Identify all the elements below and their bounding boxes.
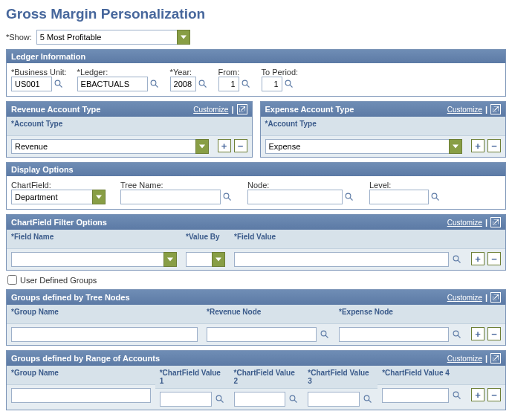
field-value-lookup-icon[interactable] [452,254,462,265]
svg-point-14 [432,193,437,198]
range-cf2-input[interactable] [234,392,286,407]
filter-customize-link[interactable]: Customize [447,219,482,227]
from-lookup-icon[interactable] [241,79,251,89]
expense-accttype-dropdown-button[interactable] [449,139,462,154]
to-period-input[interactable] [262,77,282,91]
revenue-accttype-header: Account Type [7,117,213,136]
svg-point-20 [453,331,458,336]
range-del-row-button[interactable]: − [487,388,501,401]
user-defined-groups-checkbox[interactable] [7,275,17,285]
svg-point-0 [55,80,60,85]
business-unit-label: Business Unit: [11,68,67,77]
tree-name-lookup-icon[interactable] [222,192,233,202]
revenue-customize-link[interactable]: Customize [193,106,228,114]
range-cf3-lookup-icon[interactable] [363,394,373,404]
range-group-name-input[interactable] [11,388,151,403]
node-label: Node: [247,181,354,190]
year-lookup-icon[interactable] [198,79,208,89]
range-cf1-input[interactable] [160,392,212,407]
range-cf4-lookup-icon[interactable] [452,390,462,401]
range-cf4-input[interactable] [382,388,449,403]
revenue-accttype-select[interactable] [11,139,196,154]
tree-expense-node-lookup-icon[interactable] [452,329,462,340]
node-lookup-icon[interactable] [344,192,354,202]
revenue-add-row-button[interactable]: + [218,139,231,152]
revenue-del-row-button[interactable]: − [234,139,247,152]
tree-add-row-button[interactable]: + [471,327,485,340]
expense-accttype-header: Account Type [261,117,467,136]
level-label: Level: [369,181,441,190]
svg-line-29 [458,396,460,398]
tree-revenue-node-header: Revenue Node [202,305,334,324]
svg-line-21 [458,335,460,337]
tree-del-row-button[interactable]: − [487,327,501,340]
range-cf2-header: ChartField Value 2 [230,366,304,389]
node-input[interactable] [247,190,343,204]
business-unit-lookup-icon[interactable] [54,79,64,89]
revenue-popout-icon[interactable] [237,104,247,114]
expense-accttype-select[interactable] [265,139,450,154]
expense-del-row-button[interactable]: − [487,139,501,152]
svg-line-23 [221,400,223,402]
show-label: Show: [6,33,32,42]
to-period-lookup-icon[interactable] [284,79,294,89]
field-name-select[interactable] [11,252,164,267]
user-defined-groups-label: User Defined Groups [20,276,97,285]
value-by-header: Value By [181,230,230,249]
level-input[interactable] [369,190,429,204]
range-group-name-header: Group Name [7,366,155,385]
groups-range-customize-link[interactable]: Customize [447,355,482,363]
value-by-dropdown-button[interactable] [212,252,225,267]
tree-revenue-node-input[interactable] [207,327,317,342]
year-input[interactable] [170,77,196,91]
show-dropdown-button[interactable] [177,30,190,45]
svg-point-6 [242,80,247,85]
range-cf2-lookup-icon[interactable] [288,394,299,404]
expense-popout-icon[interactable] [490,104,501,114]
range-add-row-button[interactable]: + [471,388,485,401]
chartfield-select[interactable] [11,190,93,204]
groups-range-popout-icon[interactable] [490,353,501,364]
revenue-accttype-dropdown-button[interactable] [195,139,209,154]
ledger-label: Ledger: [77,68,160,77]
chartfield-dropdown-button[interactable] [92,190,106,204]
svg-point-2 [151,80,156,85]
expense-add-row-button[interactable]: + [471,139,485,152]
ledger-input[interactable] [77,77,148,91]
filter-popout-icon[interactable] [490,217,501,227]
ledger-lookup-icon[interactable] [149,79,160,89]
svg-line-25 [294,400,296,402]
svg-point-28 [453,392,458,397]
groups-tree-customize-link[interactable]: Customize [447,294,482,302]
level-lookup-icon[interactable] [430,192,441,202]
range-cf1-lookup-icon[interactable] [215,394,225,404]
filter-del-row-button[interactable]: − [487,252,501,265]
svg-point-4 [199,80,204,85]
field-name-header: Field Name [7,230,181,249]
groups-range-title: Groups defined by Range of Accounts [11,354,160,363]
display-options-title: Display Options [11,165,74,174]
range-cf3-input[interactable] [308,392,360,407]
svg-line-27 [369,400,371,402]
svg-point-10 [224,193,229,198]
tree-revenue-node-lookup-icon[interactable] [320,329,330,340]
value-by-select[interactable] [186,252,213,267]
show-select[interactable] [36,30,178,45]
from-input[interactable] [218,77,239,91]
to-period-label: To Period: [262,68,299,77]
tree-name-input[interactable] [120,190,221,204]
expense-customize-link[interactable]: Customize [447,106,482,114]
business-unit-input[interactable] [11,77,52,91]
svg-point-8 [285,80,291,85]
field-name-dropdown-button[interactable] [163,252,177,267]
expense-panel-title: Expense Account Type [265,105,354,114]
field-value-input[interactable] [234,252,449,267]
groups-tree-popout-icon[interactable] [490,292,501,303]
tree-group-name-header: Group Name [7,305,202,324]
tree-name-label: Tree Name: [120,181,233,190]
filter-add-row-button[interactable]: + [471,252,485,265]
svg-line-7 [247,85,249,87]
tree-group-name-input[interactable] [11,327,198,342]
range-cf3-header: ChartField Value 3 [303,366,377,389]
tree-expense-node-input[interactable] [339,327,449,342]
